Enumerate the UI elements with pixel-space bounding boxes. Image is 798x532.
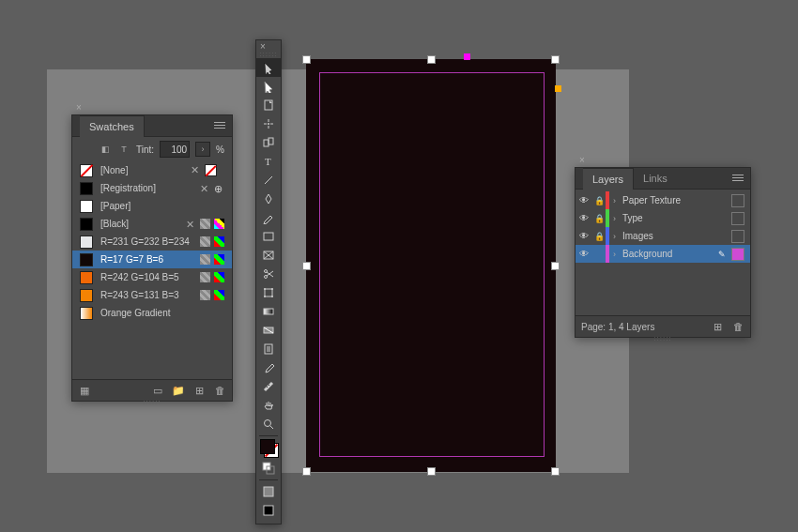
swatch-row[interactable]: [Registration]✕⊕ xyxy=(72,179,232,197)
target-icon[interactable]: ✎ xyxy=(718,250,731,259)
swatch-row[interactable]: [None]✕ xyxy=(72,161,232,179)
canvas[interactable] xyxy=(306,59,556,472)
rectangle-tool[interactable] xyxy=(256,227,281,246)
resize-handle-ne[interactable] xyxy=(551,55,560,64)
tab-layers[interactable]: Layers xyxy=(583,168,634,190)
layer-color xyxy=(606,209,609,227)
layer-row[interactable]: 👁🔒›Type xyxy=(575,209,750,227)
visibility-icon[interactable]: 👁 xyxy=(575,231,592,241)
layers-panel: × Layers Links 👁🔒›Paper Texture👁🔒›Type👁🔒… xyxy=(575,167,751,338)
panel-menu-icon[interactable] xyxy=(732,173,745,184)
fill-proxy[interactable] xyxy=(260,439,275,454)
new-group-icon[interactable]: 📁 xyxy=(172,384,185,397)
tint-input[interactable] xyxy=(160,141,190,158)
resize-grip[interactable]: :::::: xyxy=(72,398,232,406)
panel-header[interactable]: Swatches xyxy=(72,115,232,137)
gradient-swatch-tool[interactable] xyxy=(256,302,281,321)
svg-rect-2 xyxy=(264,140,269,146)
eyedropper-tool[interactable] xyxy=(256,358,281,377)
panel-header[interactable]: Layers Links xyxy=(575,168,750,190)
disclosure-icon[interactable]: › xyxy=(613,196,622,205)
disclosure-icon[interactable]: › xyxy=(613,214,622,223)
resize-handle-n[interactable] xyxy=(427,55,436,64)
layer-row[interactable]: 👁›Background✎ xyxy=(575,245,750,263)
scissors-tool[interactable] xyxy=(256,265,281,283)
tab-links[interactable]: Links xyxy=(634,168,677,189)
show-options-icon[interactable]: ▭ xyxy=(151,384,164,397)
pen-tool[interactable] xyxy=(256,190,281,208)
tab-swatches[interactable]: Swatches xyxy=(80,115,145,137)
new-swatch-icon[interactable]: ⊞ xyxy=(192,384,206,397)
svg-point-11 xyxy=(271,288,273,290)
lock-icon[interactable]: 🔒 xyxy=(592,214,606,223)
view-mode-preview[interactable] xyxy=(256,501,281,520)
shear-reference[interactable] xyxy=(555,85,561,92)
zoom-tool[interactable] xyxy=(256,415,281,433)
swatch-row[interactable]: [Paper] xyxy=(72,197,232,215)
gap-tool[interactable] xyxy=(256,114,281,133)
swatch-row[interactable]: Orange Gradient xyxy=(72,304,232,322)
pencil-tool[interactable] xyxy=(256,208,281,227)
layer-row[interactable]: 👁🔒›Paper Texture xyxy=(575,191,750,209)
delete-swatch-icon[interactable]: 🗑 xyxy=(213,384,226,397)
rectangle-frame-tool[interactable] xyxy=(256,246,281,265)
selection-indicator[interactable] xyxy=(731,194,744,207)
measure-tool[interactable] xyxy=(256,377,281,396)
swatch-row[interactable]: R=243 G=131 B=3 xyxy=(72,286,232,304)
resize-handle-sw[interactable] xyxy=(302,467,311,476)
tools-panel: × :::::: T xyxy=(255,39,282,524)
note-tool[interactable] xyxy=(256,340,281,358)
rgb-mode-icon xyxy=(214,254,224,265)
free-transform-tool[interactable] xyxy=(256,283,281,302)
resize-handle-w[interactable] xyxy=(302,262,311,270)
close-icon[interactable]: × xyxy=(76,102,85,112)
fill-stroke-proxy[interactable] xyxy=(260,439,277,456)
hand-tool[interactable] xyxy=(256,396,281,415)
process-icon xyxy=(200,254,210,265)
visibility-icon[interactable]: 👁 xyxy=(575,213,592,223)
swatch-view-icon[interactable]: ▦ xyxy=(78,384,91,397)
panel-grip[interactable]: :::::: xyxy=(256,50,281,58)
lock-icon[interactable]: 🔒 xyxy=(592,196,606,205)
close-icon[interactable]: × xyxy=(579,155,589,164)
fill-toggle-icon[interactable]: ◧ xyxy=(99,143,112,156)
disclosure-icon[interactable]: › xyxy=(613,250,622,259)
swatch-row[interactable]: R=17 G=7 B=6 xyxy=(72,251,232,268)
selection-indicator[interactable] xyxy=(731,248,744,261)
line-tool[interactable] xyxy=(256,171,281,190)
visibility-icon[interactable]: 👁 xyxy=(575,195,592,205)
new-layer-icon[interactable]: ⊞ xyxy=(711,320,724,333)
panel-menu-icon[interactable] xyxy=(214,120,227,131)
default-fill-stroke[interactable] xyxy=(256,459,281,478)
view-mode-normal[interactable] xyxy=(256,482,281,501)
gradient-feather-tool[interactable] xyxy=(256,321,281,340)
resize-grip[interactable]: :::::: xyxy=(575,334,750,342)
lock-icon[interactable]: 🔒 xyxy=(592,232,606,241)
swatch-row[interactable]: R=231 G=232 B=234 xyxy=(72,233,232,251)
disclosure-icon[interactable]: › xyxy=(613,232,622,241)
tint-flyout-button[interactable]: › xyxy=(195,142,210,157)
selection-indicator[interactable] xyxy=(731,230,744,243)
delete-layer-icon[interactable]: 🗑 xyxy=(731,320,744,333)
type-tool[interactable]: T xyxy=(256,152,281,171)
content-collector-tool[interactable] xyxy=(256,133,281,152)
resize-handle-se[interactable] xyxy=(551,467,560,476)
visibility-icon[interactable]: 👁 xyxy=(575,249,592,259)
tint-row: ◧ T Tint: › % xyxy=(72,137,232,161)
non-editable-icon: ✕ xyxy=(191,164,201,175)
stroke-toggle-icon[interactable]: T xyxy=(117,143,130,156)
resize-handle-s[interactable] xyxy=(427,467,436,476)
swatch-row[interactable]: R=242 G=104 B=5 xyxy=(72,268,232,286)
direct-selection-tool[interactable] xyxy=(256,77,281,96)
svg-rect-3 xyxy=(269,138,273,144)
swatch-row[interactable]: [Black]✕ xyxy=(72,215,232,233)
selection-tool[interactable] xyxy=(256,58,281,77)
rgb-mode-icon xyxy=(214,236,224,247)
layer-row[interactable]: 👁🔒›Images xyxy=(575,227,750,245)
resize-handle-nw[interactable] xyxy=(302,55,311,64)
page-tool[interactable] xyxy=(256,96,281,114)
rotation-reference[interactable] xyxy=(464,53,470,60)
resize-handle-e[interactable] xyxy=(551,262,560,270)
selection-indicator[interactable] xyxy=(731,212,744,225)
swatch-name: Orange Gradient xyxy=(100,308,224,318)
